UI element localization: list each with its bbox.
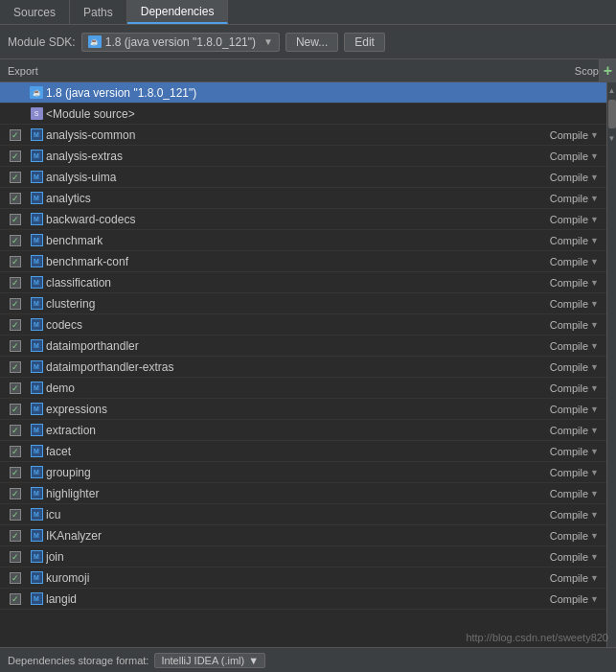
dependency-checkbox[interactable] xyxy=(10,488,21,499)
scope-dropdown-arrow[interactable]: ▼ xyxy=(590,426,599,435)
table-header: Export Scope + xyxy=(0,59,616,82)
scope-dropdown-arrow[interactable]: ▼ xyxy=(590,447,599,456)
scope-dropdown-arrow[interactable]: ▼ xyxy=(590,257,599,266)
table-row[interactable]: MIKAnalyzerCompile▼ xyxy=(0,525,606,546)
module-icon: M xyxy=(31,360,43,373)
dependency-checkbox[interactable] xyxy=(10,509,21,521)
dependency-name: 1.8 (java version "1.8.0_121") xyxy=(46,86,516,100)
table-row[interactable]: Mbenchmark-confCompile▼ xyxy=(0,251,606,272)
dependency-checkbox[interactable] xyxy=(10,404,21,415)
table-row[interactable]: ManalyticsCompile▼ xyxy=(0,188,606,209)
table-row[interactable]: MicuCompile▼ xyxy=(0,504,606,525)
table-row[interactable]: Manalysis-commonCompile▼ xyxy=(0,125,606,146)
dependency-checkbox[interactable] xyxy=(10,551,21,563)
scope-dropdown-arrow[interactable]: ▼ xyxy=(590,489,599,498)
dependency-checkbox[interactable] xyxy=(10,530,21,542)
dependency-checkbox[interactable] xyxy=(10,151,21,162)
icon-cell: M xyxy=(27,150,46,162)
table-row[interactable]: MclassificationCompile▼ xyxy=(0,272,606,293)
scope-label: Compile xyxy=(550,256,588,267)
module-icon: M xyxy=(31,592,43,605)
tab-sources[interactable]: Sources xyxy=(0,0,70,24)
table-row[interactable]: MfacetCompile▼ xyxy=(0,441,606,462)
dependency-checkbox[interactable] xyxy=(10,277,21,289)
dependency-checkbox[interactable] xyxy=(10,446,21,457)
scope-dropdown-arrow[interactable]: ▼ xyxy=(590,341,599,351)
table-row[interactable]: Mdataimporthandler-extrasCompile▼ xyxy=(0,357,606,378)
check-cell xyxy=(4,129,27,141)
dependency-checkbox[interactable] xyxy=(10,129,21,141)
scope-dropdown-arrow[interactable]: ▼ xyxy=(590,194,599,203)
table-row[interactable]: Manalysis-uimaCompile▼ xyxy=(0,167,606,188)
edit-button[interactable]: Edit xyxy=(344,33,385,52)
dependency-checkbox[interactable] xyxy=(10,361,21,373)
scope-dropdown-arrow[interactable]: ▼ xyxy=(590,320,599,330)
sdk-dropdown[interactable]: ☕ 1.8 (java version "1.8.0_121") ▼ xyxy=(81,33,280,52)
table-row[interactable]: MclusteringCompile▼ xyxy=(0,293,606,314)
module-icon: M xyxy=(31,255,43,267)
dependency-name: grouping xyxy=(46,466,516,479)
dependency-checkbox[interactable] xyxy=(10,193,21,204)
dependency-checkbox[interactable] xyxy=(10,256,21,267)
dependency-checkbox[interactable] xyxy=(10,214,21,225)
table-row[interactable]: MjoinCompile▼ xyxy=(0,546,606,568)
dependency-checkbox[interactable] xyxy=(10,425,21,436)
scope-dropdown-arrow[interactable]: ▼ xyxy=(590,236,599,245)
tab-paths[interactable]: Paths xyxy=(70,0,127,24)
scroll-up-arrow[interactable]: ▲ xyxy=(607,82,616,98)
scope-dropdown-arrow[interactable]: ▼ xyxy=(590,573,599,583)
scope-dropdown-arrow[interactable]: ▼ xyxy=(590,278,599,288)
table-row[interactable]: S<Module source> xyxy=(0,104,606,125)
table-row[interactable]: Manalysis-extrasCompile▼ xyxy=(0,146,606,167)
table-row[interactable]: MgroupingCompile▼ xyxy=(0,462,606,483)
storage-format-dropdown[interactable]: IntelliJ IDEA (.iml) ▼ xyxy=(154,653,265,668)
scope-dropdown-arrow[interactable]: ▼ xyxy=(590,531,599,541)
tab-dependencies[interactable]: Dependencies xyxy=(127,0,229,24)
scope-dropdown-arrow[interactable]: ▼ xyxy=(590,130,599,140)
scope-dropdown-arrow[interactable]: ▼ xyxy=(590,362,599,372)
scrollbar[interactable]: ▲ ▼ xyxy=(606,82,616,647)
scope-dropdown-arrow[interactable]: ▼ xyxy=(590,383,599,393)
icon-cell: M xyxy=(27,171,46,183)
table-row[interactable]: Mbackward-codecsCompile▼ xyxy=(0,209,606,230)
table-row[interactable]: MkuromojiCompile▼ xyxy=(0,568,606,589)
scope-dropdown-arrow[interactable]: ▼ xyxy=(590,468,599,477)
icon-cell: M xyxy=(27,592,46,605)
scope-dropdown-arrow[interactable]: ▼ xyxy=(590,299,599,309)
table-row[interactable]: MhighlighterCompile▼ xyxy=(0,483,606,504)
scope-dropdown-arrow[interactable]: ▼ xyxy=(590,552,599,562)
dependency-checkbox[interactable] xyxy=(10,340,21,352)
dependency-checkbox[interactable] xyxy=(10,467,21,478)
table-row[interactable]: MlangidCompile▼ xyxy=(0,589,606,610)
scroll-down-arrow[interactable]: ▼ xyxy=(607,130,616,146)
dependency-checkbox[interactable] xyxy=(10,593,21,605)
scope-dropdown-arrow[interactable]: ▼ xyxy=(590,151,599,161)
dependency-checkbox[interactable] xyxy=(10,298,21,310)
check-cell xyxy=(4,277,27,289)
scope-dropdown-arrow[interactable]: ▼ xyxy=(590,215,599,224)
scope-label: Compile xyxy=(550,151,588,162)
scope-cell: Compile▼ xyxy=(516,404,603,415)
scope-dropdown-arrow[interactable]: ▼ xyxy=(590,173,599,182)
scope-dropdown-arrow[interactable]: ▼ xyxy=(590,594,599,604)
dependency-checkbox[interactable] xyxy=(10,572,21,584)
dependency-checkbox[interactable] xyxy=(10,319,21,331)
scope-dropdown-arrow[interactable]: ▼ xyxy=(590,405,599,414)
dependency-checkbox[interactable] xyxy=(10,235,21,246)
table-row[interactable]: MdemoCompile▼ xyxy=(0,378,606,399)
dependency-checkbox[interactable] xyxy=(10,382,21,394)
scrollbar-thumb[interactable] xyxy=(608,100,616,128)
table-row[interactable]: McodecsCompile▼ xyxy=(0,314,606,336)
scope-dropdown-arrow[interactable]: ▼ xyxy=(590,510,599,520)
module-icon: M xyxy=(31,445,43,457)
dependency-checkbox[interactable] xyxy=(10,172,21,183)
table-row[interactable]: MbenchmarkCompile▼ xyxy=(0,230,606,251)
add-dependency-button[interactable]: + xyxy=(599,59,616,82)
table-row[interactable]: MextractionCompile▼ xyxy=(0,420,606,441)
table-row[interactable]: ☕1.8 (java version "1.8.0_121") xyxy=(0,82,606,104)
scope-cell: Compile▼ xyxy=(516,425,603,436)
new-button[interactable]: New... xyxy=(285,33,338,52)
table-row[interactable]: MdataimporthandlerCompile▼ xyxy=(0,336,606,357)
table-row[interactable]: MexpressionsCompile▼ xyxy=(0,399,606,420)
scope-cell: Compile▼ xyxy=(516,340,603,352)
